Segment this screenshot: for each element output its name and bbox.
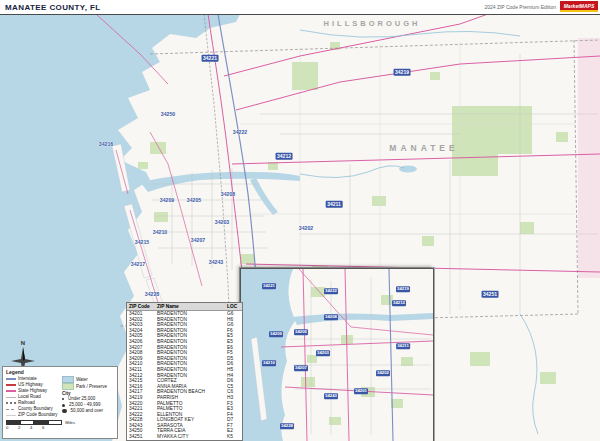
zip-label: 34208 [221,191,235,197]
zip-label: 34209 [160,197,174,203]
zip-boundary-symbol-icon [6,415,16,416]
scale-ticks: 0246 [6,425,114,430]
zip-label: 34207 [191,237,205,243]
legend-city-item: 50,000 and over [62,408,114,414]
legend-item: Park / Preserve [62,383,114,390]
city-dot-icon [62,404,65,407]
scale-tick: 6 [42,425,54,430]
inset-zip-label: 34205 [294,329,308,335]
water-lake [399,166,417,173]
zip-label: 34212 [276,153,293,160]
table-row: 34251MYAKKA CITYK5 [127,434,242,440]
railroad-symbol-icon [6,402,16,404]
legend-item: Water [62,376,114,383]
scale-unit: Miles [65,420,75,425]
inset-artwork [241,269,433,441]
page-title: MANATEE COUNTY, FL [0,3,101,12]
zip-label: 34221 [202,55,219,62]
map-poster-page: MANATEE COUNTY, FL 2024 ZIP Code Premium… [0,0,600,441]
legend-item-label: Water [76,377,88,383]
legend-item-label: ZIP Code Boundary [18,412,57,418]
inset-zip-label: 34203 [316,350,330,356]
edition-label: 2024 ZIP Code Premium Edition [484,4,556,10]
zip-label: 34211 [326,201,343,208]
inset-zip-label: 34212 [392,300,406,306]
adjacent-county-tint [578,38,600,278]
legend-city-items: Under 25,00025,000 - 49,99950,000 and ov… [62,396,114,414]
header-bar: MANATEE COUNTY, FL 2024 ZIP Code Premium… [0,0,600,15]
legend-area-items: WaterPark / Preserve [62,376,114,390]
city-dot-icon [62,409,67,414]
scale-tick: 2 [18,425,30,430]
zip-label: 34215 [135,239,149,245]
zip-label: 34205 [187,197,201,203]
legend-city-label: 50,000 and over [71,408,104,414]
water-swatch-icon [62,376,74,383]
table-column-header: ZIP Name [155,303,225,311]
table-header-row: ZIP CodeZIP NameLOC [127,303,242,311]
table-column-header: LOC [225,303,242,311]
zip-label: 34210 [153,229,167,235]
inset-zip-label: 34208 [324,314,338,320]
map-canvas: HILLSBOROUGHMANATEE 34221342193425034222… [0,14,600,441]
legend-item-label: Park / Preserve [76,384,107,390]
scale-tick: 4 [30,425,42,430]
table-column-header: ZIP Code [127,303,155,311]
inset-zip-label: 34228 [280,423,294,429]
local-road-symbol-icon [6,397,16,398]
zip-label: 34222 [233,129,247,135]
inset-zip-label: 34222 [324,288,338,294]
zip-label: 34250 [161,111,175,117]
zip-label: 34243 [209,259,223,265]
inset-zip-label: 34201 [354,388,368,394]
county-label: MANATEE [389,143,458,153]
zip-label: 34203 [215,219,229,225]
scale-bar: Miles 0246 [6,420,114,430]
inset-map: 3422134219342223421234208342093420534211… [240,268,434,441]
us-highway-symbol-icon [6,384,16,386]
inset-zip-label: 34209 [269,331,283,337]
city-dot-icon [62,398,64,400]
inset-zip-label: 34243 [324,393,338,399]
interstate-symbol-icon [6,378,16,380]
county-label: HILLSBOROUGH [324,19,421,28]
state-highway-symbol-icon [6,390,16,392]
inset-zip-label: 34219 [396,286,410,292]
zip-code-table: ZIP CodeZIP NameLOC 34201BRADENTONG63420… [126,302,243,441]
inset-zip-label: 34221 [262,283,276,289]
legend-line-items: InterstateUS HighwayState HighwayLocal R… [6,376,58,418]
zip-label: 34216 [99,141,113,147]
county-boundary-symbol-icon [6,409,16,410]
zip-name-cell: MYAKKA CITY [155,434,225,440]
zip-label: 34228 [145,291,159,297]
legend-item: ZIP Code Boundary [6,412,58,418]
zip-code-cell: 34251 [127,434,155,440]
inset-zip-label: 34211 [396,343,410,349]
inset-zip-label: 34210 [262,360,276,366]
brand-logo: MarketMAPS [560,1,598,12]
park-swatch-icon [62,383,74,390]
zip-label: 34202 [299,225,313,231]
loc-cell: K5 [225,434,242,440]
scale-tick: 0 [6,425,18,430]
inset-zip-label: 34207 [294,365,308,371]
zip-label: 34219 [394,69,411,76]
zip-label: 34217 [131,261,145,267]
zip-label: 34251 [482,291,499,298]
legend-title: Legend [6,369,114,375]
inset-zip-label: 34202 [376,370,390,376]
legend: Legend InterstateUS HighwayState Highway… [2,366,118,439]
